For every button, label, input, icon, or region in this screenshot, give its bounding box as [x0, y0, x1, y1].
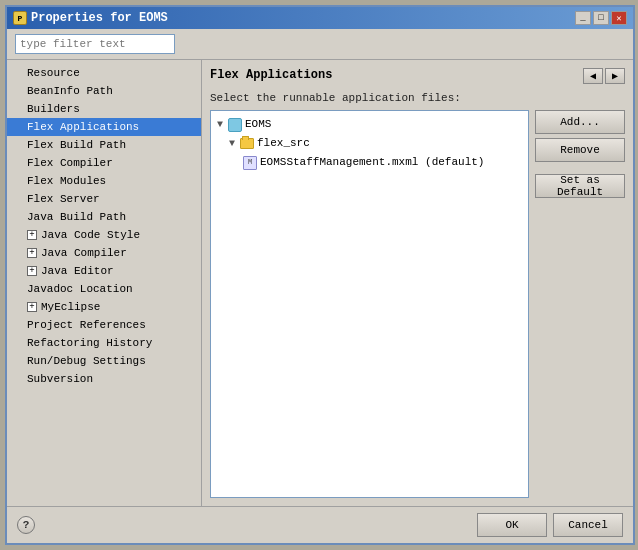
sidebar-item-beaninfo-path[interactable]: BeanInfo Path — [7, 82, 201, 100]
panel-title: Flex Applications — [210, 68, 332, 82]
expand-icon-java-code-style[interactable]: + — [27, 230, 37, 240]
myeclipse-label: MyEclipse — [41, 299, 100, 315]
bottom-left: ? — [17, 516, 35, 534]
java-compiler-label: Java Compiler — [41, 245, 127, 261]
bottom-buttons: OK Cancel — [477, 513, 623, 537]
remove-button[interactable]: Remove — [535, 138, 625, 162]
file-tree-box[interactable]: ▼ EOMS ▼ flex_src M EO — [210, 110, 529, 498]
root-label: EOMS — [245, 116, 271, 133]
button-panel: Add... Remove Set as Default — [535, 110, 625, 498]
sidebar-item-subversion[interactable]: Subversion — [7, 370, 201, 388]
flex-applications-label: Flex Applications — [27, 119, 139, 135]
sidebar-item-java-build-path[interactable]: Java Build Path — [7, 208, 201, 226]
left-panel: Resource BeanInfo Path Builders Flex App… — [7, 60, 202, 506]
sidebar-item-flex-modules[interactable]: Flex Modules — [7, 172, 201, 190]
title-buttons: _ □ ✕ — [575, 11, 627, 25]
sidebar-item-java-editor[interactable]: + Java Editor — [7, 262, 201, 280]
sidebar-item-javadoc-location[interactable]: Javadoc Location — [7, 280, 201, 298]
set-default-button[interactable]: Set as Default — [535, 174, 625, 198]
expand-icon-java-editor[interactable]: + — [27, 266, 37, 276]
nav-buttons: ◀ ▶ — [583, 68, 625, 84]
sidebar-item-project-references[interactable]: Project References — [7, 316, 201, 334]
java-code-style-label: Java Code Style — [41, 227, 140, 243]
sidebar-item-flex-compiler[interactable]: Flex Compiler — [7, 154, 201, 172]
flex-modules-label: Flex Modules — [27, 173, 106, 189]
mxml-icon: M — [243, 156, 257, 170]
file-tree-mxml[interactable]: M EOMSStaffManagement.mxml (default) — [215, 153, 524, 172]
java-editor-label: Java Editor — [41, 263, 114, 279]
flex-server-label: Flex Server — [27, 191, 100, 207]
resource-label: Resource — [27, 65, 80, 81]
run-debug-settings-label: Run/Debug Settings — [27, 353, 146, 369]
filter-bar — [7, 29, 633, 60]
title-bar: P Properties for EOMS _ □ ✕ — [7, 7, 633, 29]
right-panel: Flex Applications ◀ ▶ Select the runnabl… — [202, 60, 633, 506]
sidebar-item-myeclipse[interactable]: + MyEclipse — [7, 298, 201, 316]
beaninfo-label: BeanInfo Path — [27, 83, 113, 99]
project-icon — [228, 118, 242, 132]
filter-input[interactable] — [15, 34, 175, 54]
nav-forward-button[interactable]: ▶ — [605, 68, 625, 84]
sidebar-item-java-compiler[interactable]: + Java Compiler — [7, 244, 201, 262]
nav-back-button[interactable]: ◀ — [583, 68, 603, 84]
panel-header: Flex Applications ◀ ▶ — [210, 68, 625, 88]
expand-icon-java-compiler[interactable]: + — [27, 248, 37, 258]
panel-description: Select the runnable application files: — [210, 92, 625, 104]
builders-label: Builders — [27, 101, 80, 117]
maximize-button[interactable]: □ — [593, 11, 609, 25]
add-button[interactable]: Add... — [535, 110, 625, 134]
project-references-label: Project References — [27, 317, 146, 333]
expand-arrow-flex-src[interactable]: ▼ — [229, 135, 237, 152]
flex-build-path-label: Flex Build Path — [27, 137, 126, 153]
expand-arrow-eoms[interactable]: ▼ — [217, 116, 225, 133]
ok-button[interactable]: OK — [477, 513, 547, 537]
window-title: Properties for EOMS — [31, 11, 168, 25]
main-area: Resource BeanInfo Path Builders Flex App… — [7, 60, 633, 506]
sidebar-item-java-code-style[interactable]: + Java Code Style — [7, 226, 201, 244]
title-bar-left: P Properties for EOMS — [13, 11, 168, 25]
window-icon: P — [13, 11, 27, 25]
help-button[interactable]: ? — [17, 516, 35, 534]
sidebar-item-flex-applications[interactable]: Flex Applications — [7, 118, 201, 136]
file-tree-root[interactable]: ▼ EOMS — [215, 115, 524, 134]
sidebar-item-flex-build-path[interactable]: Flex Build Path — [7, 136, 201, 154]
bottom-bar: ? OK Cancel — [7, 506, 633, 543]
flex-src-label: flex_src — [257, 135, 310, 152]
sidebar-item-resource[interactable]: Resource — [7, 64, 201, 82]
sidebar-item-run-debug-settings[interactable]: Run/Debug Settings — [7, 352, 201, 370]
javadoc-location-label: Javadoc Location — [27, 281, 133, 297]
properties-window: P Properties for EOMS _ □ ✕ Resource — [5, 5, 635, 545]
flex-compiler-label: Flex Compiler — [27, 155, 113, 171]
window-body: Resource BeanInfo Path Builders Flex App… — [7, 29, 633, 543]
sidebar-item-refactoring-history[interactable]: Refactoring History — [7, 334, 201, 352]
refactoring-history-label: Refactoring History — [27, 335, 152, 351]
subversion-label: Subversion — [27, 371, 93, 387]
file-tree-flex-src[interactable]: ▼ flex_src — [215, 134, 524, 153]
mxml-label: EOMSStaffManagement.mxml (default) — [260, 154, 484, 171]
folder-icon-flex-src — [240, 138, 254, 149]
minimize-button[interactable]: _ — [575, 11, 591, 25]
java-build-path-label: Java Build Path — [27, 209, 126, 225]
close-button[interactable]: ✕ — [611, 11, 627, 25]
expand-icon-myeclipse[interactable]: + — [27, 302, 37, 312]
sidebar-item-builders[interactable]: Builders — [7, 100, 201, 118]
cancel-button[interactable]: Cancel — [553, 513, 623, 537]
content-area: ▼ EOMS ▼ flex_src M EO — [210, 110, 625, 498]
sidebar-item-flex-server[interactable]: Flex Server — [7, 190, 201, 208]
